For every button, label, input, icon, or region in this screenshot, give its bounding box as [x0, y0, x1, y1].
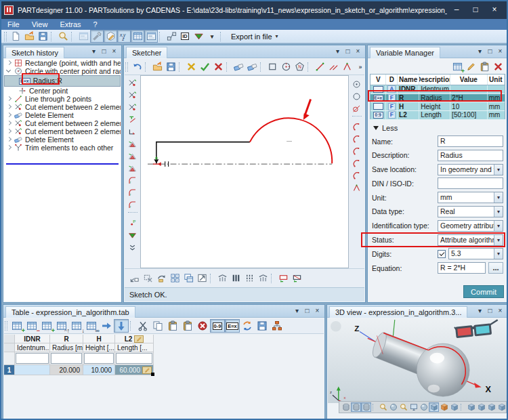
dialog-designer-icon[interactable] [144, 30, 158, 43]
edit-pencil-icon[interactable] [134, 335, 144, 343]
wireframe-view-icon[interactable] [351, 402, 361, 412]
history-item[interactable]: Trim elements to each other [4, 144, 121, 152]
table-row[interactable]: 1 20.000 10.000 60.000 [4, 365, 154, 375]
chevron-down-icon[interactable]: ▾ [494, 207, 503, 217]
save-sketch-icon[interactable] [164, 60, 177, 73]
cube-view-icon[interactable] [449, 402, 459, 412]
filter-input-r[interactable] [51, 353, 82, 364]
link-icon[interactable] [165, 30, 178, 43]
save-table-icon[interactable] [255, 319, 270, 333]
zoom-out-icon[interactable] [127, 272, 141, 285]
eraser-icon[interactable] [232, 60, 245, 73]
din-iso-field[interactable] [438, 177, 503, 189]
zoom-window-icon[interactable] [141, 272, 154, 285]
panel-close-button[interactable]: × [495, 306, 505, 316]
equation-field[interactable]: R = 2*H [438, 262, 486, 274]
next-row-icon[interactable] [114, 319, 129, 333]
zoom-fit-icon[interactable] [195, 272, 209, 285]
line-tool-icon[interactable] [313, 60, 326, 73]
trim-element-icon[interactable] [126, 89, 140, 101]
view-3d-canvas[interactable]: Z X [328, 318, 507, 403]
menu-view[interactable]: View [26, 19, 54, 30]
cell-h[interactable]: 10.000 [83, 365, 115, 375]
name-field[interactable]: R [438, 135, 503, 147]
expander-icon[interactable] [6, 129, 12, 135]
column-header-h[interactable]: H [83, 335, 115, 343]
panel-menu-button[interactable]: ▾ [475, 47, 485, 56]
history-item[interactable]: Line through 2 points [4, 95, 121, 103]
expander-icon[interactable] [6, 68, 12, 75]
panel-maximize-button[interactable]: □ [485, 306, 495, 316]
apply-icon[interactable] [198, 60, 211, 73]
angle-constraint3-icon[interactable] [126, 162, 140, 174]
col-description[interactable]: Description [419, 75, 450, 85]
save-location-select[interactable]: In geometry and table▾ [438, 164, 503, 175]
save-icon[interactable] [36, 30, 49, 43]
panel-maximize-button[interactable]: □ [485, 47, 495, 56]
eraser-contour-icon[interactable] [245, 60, 259, 73]
history-item[interactable]: Delete Element [4, 135, 121, 144]
dimension-icon[interactable] [276, 272, 290, 285]
sketch-canvas[interactable] [140, 75, 349, 268]
col-unit[interactable]: Unit [488, 75, 505, 85]
trim-2-elements-icon[interactable] [126, 77, 140, 89]
variable-row-selected[interactable]: E=x F R Radius 2*H mm [371, 94, 505, 103]
row-number[interactable]: 1 [4, 365, 15, 375]
expander-icon[interactable] [6, 112, 12, 119]
expression-format-icon[interactable]: E=x [225, 319, 240, 333]
discard-changes-icon[interactable] [184, 60, 198, 73]
column-header-r[interactable]: ^R [50, 335, 83, 343]
copy-icon[interactable] [150, 319, 165, 333]
status-select[interactable]: Attribute algorithm▾ [438, 234, 503, 246]
fillet3-icon[interactable] [126, 198, 140, 211]
window-icon[interactable] [77, 30, 90, 43]
commit-button[interactable]: Commit [463, 285, 504, 298]
zoom-3d-icon[interactable] [378, 402, 388, 412]
green-dropdown-icon[interactable] [126, 229, 140, 241]
expander-icon[interactable] [6, 60, 12, 66]
hatch-bars-icon[interactable] [229, 272, 242, 285]
id-icon[interactable]: ID [178, 30, 192, 43]
windows-icon[interactable] [182, 272, 195, 285]
panel-maximize-button[interactable]: □ [302, 306, 312, 316]
filter-input-idnr[interactable] [16, 353, 49, 364]
next-column-icon[interactable] [99, 319, 114, 333]
expander-icon[interactable] [6, 104, 12, 110]
filter-input-h[interactable] [84, 353, 114, 364]
col-d[interactable]: D [386, 75, 398, 85]
variable-row[interactable]: F H Height 10 mm [371, 102, 505, 111]
circle-center-radius-icon[interactable] [350, 78, 364, 90]
cell-idnr[interactable] [15, 365, 50, 375]
new-icon[interactable] [9, 30, 22, 43]
digits-select[interactable]: 5.3▾ [448, 248, 503, 259]
column-header-l2[interactable]: L2 [115, 335, 154, 343]
reload-table-icon[interactable] [240, 319, 255, 333]
history-item[interactable]: Circle with center point and radius [4, 67, 121, 75]
identification-type-select[interactable]: Geometry attribute▾ [438, 220, 503, 232]
grid-view-icon[interactable] [168, 272, 182, 285]
double-line-tool-icon[interactable] [326, 60, 340, 73]
tangent-constraint-icon[interactable] [126, 113, 140, 125]
stamp-icon[interactable] [256, 272, 270, 285]
history-item[interactable]: Rectangle (point, width and height) [4, 59, 121, 67]
history-item[interactable]: Cut element between 2 elements [4, 103, 121, 111]
move-row-down-icon[interactable]: ↓ [69, 319, 84, 333]
color-dropdown-icon[interactable] [192, 30, 205, 43]
rectangle-tool-icon[interactable] [266, 60, 279, 73]
shading-icon[interactable] [419, 402, 429, 412]
chevron-down-icon[interactable]: ▾ [494, 235, 503, 245]
more-tools-icon[interactable]: » [354, 60, 367, 73]
less-toggle[interactable]: Less [373, 124, 398, 132]
collapse-icon[interactable] [126, 241, 140, 253]
menu-extras[interactable]: Extras [54, 19, 87, 30]
chevron-down-icon[interactable]: ▾ [494, 221, 503, 231]
corner-constraint-icon[interactable] [126, 125, 140, 138]
chevron-down-icon[interactable]: ▾ [494, 192, 503, 203]
variable-manager-icon[interactable] [117, 30, 131, 43]
section-icon[interactable] [215, 272, 229, 285]
view-back-icon[interactable] [476, 402, 486, 412]
angle-constraint-icon[interactable] [126, 138, 140, 150]
arc-tangent-icon[interactable] [350, 169, 364, 182]
delete-row-icon[interactable]: − [24, 319, 39, 333]
zoom-sphere-icon[interactable] [388, 402, 398, 412]
